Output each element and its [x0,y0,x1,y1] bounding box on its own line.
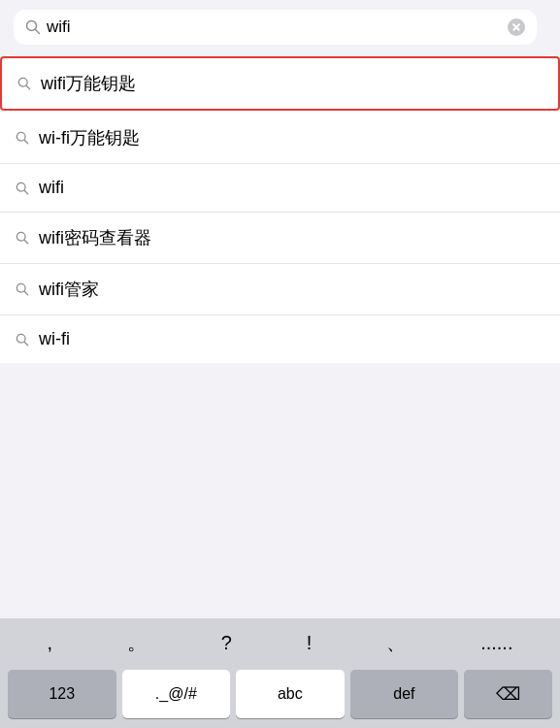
suggestions-list: wifi万能钥匙 wi-fi万能钥匙 wifi wifi密码查看器 wifi管家… [0,56,560,363]
suggestion-search-icon [16,131,29,145]
suggestion-search-icon [16,333,29,347]
keyboard-area: ,。?!、...... 123._@/#abcdef⌫ [0,618,560,728]
suggestion-text: wifi [39,178,64,198]
search-bar [0,0,560,54]
suggestion-item[interactable]: wi-fi [0,315,560,363]
keyboard-key[interactable]: ._@/# [122,670,231,718]
keyboard-key[interactable]: def [350,670,459,718]
suggestion-text: wifi密码查看器 [39,226,151,249]
suggestion-text: wi-fi [39,329,70,349]
suggestion-item[interactable]: wifi密码查看器 [0,213,560,264]
search-icon [25,19,41,35]
suggestion-item[interactable]: wi-fi万能钥匙 [0,113,560,164]
suggestion-search-icon [17,77,31,90]
punctuation-key[interactable]: ! [299,628,320,658]
search-input-wrap [14,10,537,45]
suggestion-text: wi-fi万能钥匙 [39,126,140,149]
clear-icon[interactable] [508,18,525,36]
svg-line-9 [24,240,28,244]
delete-key[interactable]: ⌫ [464,670,552,718]
keyboard-key[interactable]: abc [236,670,345,718]
punctuation-key[interactable]: ...... [473,628,520,658]
suggestion-search-icon [16,282,29,296]
punctuation-key[interactable]: 。 [119,626,154,660]
suggestion-item[interactable]: wifi管家 [0,264,560,315]
suggestion-text: wifi万能钥匙 [41,72,136,95]
svg-line-11 [24,291,28,295]
punctuation-key[interactable]: , [39,628,60,658]
svg-line-5 [24,140,28,144]
punctuation-row: ,。?!、...... [0,618,560,664]
search-input[interactable] [47,17,502,37]
suggestion-search-icon [16,182,29,195]
svg-line-13 [24,342,28,346]
suggestion-item[interactable]: wifi [0,164,560,213]
punctuation-key[interactable]: ? [214,628,240,658]
keyboard-main-row: 123._@/#abcdef⌫ [0,664,560,728]
suggestion-search-icon [16,231,29,245]
delete-icon: ⌫ [496,683,520,705]
keyboard-key[interactable]: 123 [8,670,116,718]
svg-line-3 [26,85,30,89]
punctuation-key[interactable]: 、 [379,626,413,660]
svg-line-1 [36,30,40,34]
suggestion-item[interactable]: wifi万能钥匙 [0,56,560,111]
suggestion-text: wifi管家 [39,278,99,301]
svg-line-7 [24,190,28,194]
